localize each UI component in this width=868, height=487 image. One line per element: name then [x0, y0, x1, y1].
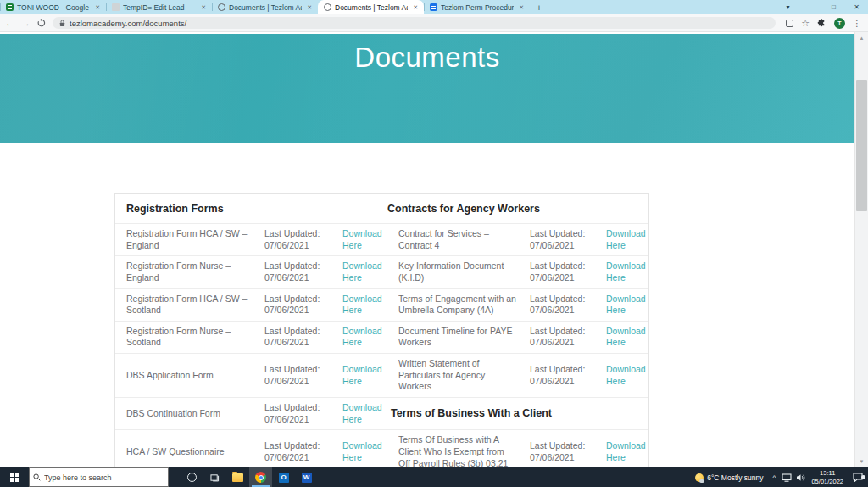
profile-avatar[interactable]: T — [834, 18, 845, 29]
page-scrollbar[interactable]: ▲ ▼ — [854, 32, 868, 467]
tab-close-icon[interactable]: ✕ — [305, 3, 314, 12]
browser-tab[interactable]: Documents | Tezlom Academy✕ — [212, 0, 318, 14]
address-bar[interactable]: tezlomacademy.com/documents/ — [53, 17, 776, 29]
download-link[interactable]: Download Here — [339, 289, 387, 321]
chrome-taskbar-button[interactable] — [249, 467, 272, 487]
browser-tabs: TONI WOOD - Google Sheets✕TempID= Edit L… — [0, 0, 530, 14]
system-tray: 6°C Mostly sunny ^ 13:11 05/01/2022 — [690, 467, 868, 487]
tab-title: Documents | Tezlom Academy — [229, 3, 302, 12]
document-name: DBS Continuation Form — [115, 404, 261, 424]
browser-tab[interactable]: Tezlom Perm Procedure - Googl...✕ — [424, 0, 530, 14]
outlook-taskbar-button[interactable]: O — [272, 467, 295, 487]
document-name: DBS Application Form — [115, 366, 261, 386]
cortana-icon — [187, 473, 197, 482]
table-row: Registration Form Nurse – EnglandLast Up… — [115, 255, 648, 288]
scroll-up-icon[interactable]: ▲ — [855, 32, 868, 44]
sheets-favicon-icon — [6, 3, 14, 11]
right-section-header: Terms of Business With a Client — [387, 403, 650, 424]
page-action-icon[interactable] — [786, 20, 793, 27]
download-link[interactable]: Download Here — [339, 436, 387, 467]
search-input[interactable] — [44, 473, 164, 482]
table-row: Registration Form Nurse – ScotlandLast U… — [115, 321, 648, 353]
browser-tab[interactable]: TempID= Edit Lead✕ — [106, 0, 212, 14]
tab-title: TONI WOOD - Google Sheets — [17, 3, 90, 12]
download-link[interactable]: Download Here — [339, 360, 387, 391]
tab-search-icon[interactable]: ▾ — [776, 0, 799, 14]
site-hero: Documents — [0, 34, 854, 143]
last-updated-label: Last Updated: 07/06/2021 — [261, 289, 339, 321]
download-link[interactable]: Download Here — [339, 398, 387, 429]
browser-menu-icon[interactable]: ⋮ — [853, 19, 861, 28]
page-title: Documents — [0, 34, 854, 74]
last-updated-label: Last Updated: 07/06/2021 — [261, 436, 339, 467]
table-row: DBS Continuation FormLast Updated: 07/06… — [115, 397, 648, 429]
cortana-button[interactable] — [181, 467, 203, 487]
document-name: Terms Of Business with A Client Who Is E… — [387, 430, 526, 467]
table-header-row: Registration Forms Contracts for Agency … — [115, 194, 648, 223]
pin-favicon-icon — [218, 3, 225, 11]
bookmark-star-icon[interactable]: ☆ — [801, 19, 810, 28]
new-tab-button[interactable]: + — [530, 0, 548, 14]
last-updated-label: Last Updated: 07/06/2021 — [526, 224, 603, 255]
scroll-down-icon[interactable]: ▼ — [855, 456, 868, 467]
download-link[interactable]: Download Here — [603, 360, 650, 391]
download-link[interactable]: Download Here — [339, 256, 387, 288]
back-icon[interactable]: ← — [5, 19, 14, 28]
start-button[interactable] — [0, 467, 29, 487]
close-button[interactable]: ✕ — [845, 0, 868, 14]
task-view-button[interactable] — [203, 467, 226, 487]
tab-strip: TONI WOOD - Google Sheets✕TempID= Edit L… — [0, 0, 868, 14]
minimize-button[interactable]: — — [799, 0, 822, 14]
document-name: Key Information Document (K.I.D) — [387, 256, 526, 288]
forward-icon[interactable]: → — [21, 19, 31, 28]
scrollbar-thumb[interactable] — [856, 80, 867, 211]
extensions-puzzle-icon[interactable] — [817, 19, 826, 28]
last-updated-label: Last Updated: 07/06/2021 — [526, 256, 603, 288]
table-row: Registration Form HCA / SW – ScotlandLas… — [115, 288, 648, 321]
left-section-header: Registration Forms — [115, 203, 261, 215]
download-link[interactable]: Download Here — [339, 322, 387, 353]
download-link[interactable]: Download Here — [603, 436, 650, 467]
file-explorer-icon — [232, 473, 243, 482]
chrome-icon — [255, 472, 266, 483]
reload-icon[interactable] — [37, 19, 46, 27]
weather-widget[interactable]: 6°C Mostly sunny — [690, 473, 768, 482]
document-name: Contract for Services – Contract 4 — [387, 224, 526, 255]
taskbar-search[interactable] — [29, 467, 169, 487]
download-link[interactable]: Download Here — [339, 224, 387, 255]
tab-close-icon[interactable]: ✕ — [199, 3, 208, 12]
browser-tab[interactable]: Documents | Tezlom Academy✕ — [318, 0, 424, 14]
browser-tab[interactable]: TONI WOOD - Google Sheets✕ — [0, 0, 106, 14]
file-explorer-button[interactable] — [226, 467, 249, 487]
document-name: HCA / SW Questionnaire — [115, 442, 261, 462]
windows-taskbar: O W 6°C Mostly sunny ^ 13:11 05/01/2022 — [0, 467, 868, 487]
clock-date: 05/01/2022 — [811, 478, 843, 485]
last-updated-label: Last Updated: 07/06/2021 — [261, 398, 339, 429]
download-link[interactable]: Download Here — [603, 256, 650, 288]
download-link[interactable]: Download Here — [603, 289, 650, 321]
action-center-button[interactable] — [848, 473, 868, 482]
document-name: Registration Form HCA / SW – Scotland — [115, 289, 261, 321]
download-link[interactable]: Download Here — [603, 322, 650, 353]
table-row: Registration Form HCA / SW – EnglandLast… — [115, 223, 648, 255]
maximize-button[interactable]: □ — [822, 0, 845, 14]
tab-close-icon[interactable]: ✕ — [411, 3, 420, 12]
last-updated-label: Last Updated: 07/06/2021 — [526, 360, 603, 391]
tab-title: TempID= Edit Lead — [123, 3, 196, 12]
tab-close-icon[interactable]: ✕ — [517, 3, 526, 12]
last-updated-label: Last Updated: 07/06/2021 — [261, 256, 339, 288]
network-display-button[interactable] — [780, 473, 793, 482]
tray-overflow-chevron[interactable]: ^ — [768, 473, 780, 481]
right-section-header: Contracts for Agency Workers — [387, 203, 650, 215]
table-row: HCA / SW QuestionnaireLast Updated: 07/0… — [115, 429, 648, 467]
taskbar-clock[interactable]: 13:11 05/01/2022 — [807, 469, 848, 485]
search-icon — [33, 473, 41, 481]
documents-table: Registration Forms Contracts for Agency … — [114, 193, 649, 467]
word-icon: W — [302, 473, 312, 483]
tab-close-icon[interactable]: ✕ — [93, 3, 102, 12]
volume-button[interactable] — [793, 473, 807, 482]
download-link[interactable]: Download Here — [603, 224, 650, 255]
word-taskbar-button[interactable]: W — [295, 467, 318, 487]
task-view-icon — [210, 473, 220, 482]
url-text: tezlomacademy.com/documents/ — [70, 19, 186, 28]
